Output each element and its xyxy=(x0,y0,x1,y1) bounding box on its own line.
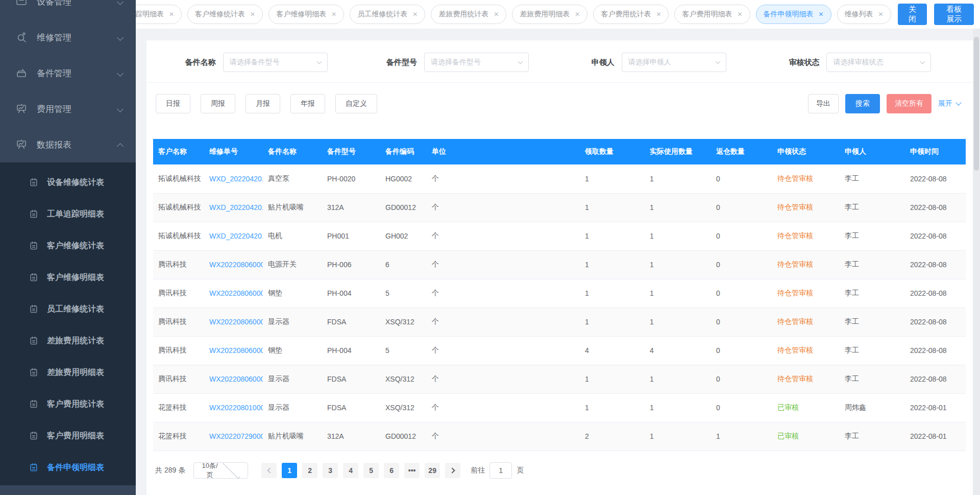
tab-客户维修明细表[interactable]: 客户维修明细表✕ xyxy=(268,5,344,24)
sidebar-subitem[interactable]: 客户费用统计表 xyxy=(0,388,136,420)
table-cell: 真空泵 xyxy=(263,164,322,193)
page-size-select[interactable]: 10条/页 xyxy=(193,462,248,479)
close-icon[interactable]: ✕ xyxy=(656,11,661,18)
sidebar-subitem[interactable]: 客户费用明细表 xyxy=(0,420,136,452)
page-button-1[interactable]: 1 xyxy=(282,463,297,478)
table-row: 腾讯科技WX202208060003显示器FDSAXSQ/312个110待仓管审… xyxy=(153,308,966,336)
page-button-6[interactable]: 6 xyxy=(384,463,399,478)
table-cell: 1 xyxy=(645,193,711,222)
tab-客户费用统计表[interactable]: 客户费用统计表✕ xyxy=(593,5,669,24)
table-cell: 2022-08-01 xyxy=(905,422,966,451)
sidebar-subitem[interactable]: 差旅费用明细表 xyxy=(0,357,136,388)
tab-客户维修统计表[interactable]: 客户维修统计表✕ xyxy=(187,5,263,24)
tab-维修列表[interactable]: 维修列表✕ xyxy=(837,5,891,24)
close-icon[interactable]: ✕ xyxy=(737,11,742,18)
status-badge: 待仓管审核 xyxy=(772,365,840,393)
close-icon[interactable]: ✕ xyxy=(878,11,884,18)
tab-员工维修统计表[interactable]: 员工维修统计表✕ xyxy=(350,5,425,24)
tab-备件申领明细表[interactable]: 备件申领明细表✕ xyxy=(756,5,831,24)
sidebar-item-4[interactable]: 数据报表 xyxy=(0,127,136,162)
table-cell: 1 xyxy=(580,250,645,279)
close-icon[interactable]: ✕ xyxy=(412,11,418,18)
page-button-2[interactable]: 2 xyxy=(302,463,317,478)
table-header-row: 客户名称维修单号备件名称备件型号备件编码单位领取数量实际使用数量返仓数量申领状态… xyxy=(153,139,966,164)
tab-label: 客户费用明细表 xyxy=(682,10,732,19)
sidebar-item-1[interactable]: 维修管理 xyxy=(0,19,136,55)
table-cell[interactable]: WX202208060003 xyxy=(204,279,263,308)
sidebar-subitem[interactable]: 工单追踪明细表 xyxy=(0,198,136,230)
period-button-周报[interactable]: 周报 xyxy=(201,94,235,113)
export-button[interactable]: 导出 xyxy=(808,94,839,113)
scrollbar-thumb[interactable] xyxy=(974,37,979,171)
table-cell[interactable]: WX202207290001 xyxy=(204,422,263,451)
sidebar-subitem-label: 客户费用统计表 xyxy=(47,399,104,410)
tab-客户费用明细表[interactable]: 客户费用明细表✕ xyxy=(674,5,750,24)
tab-差旅费用明细表[interactable]: 差旅费用明细表✕ xyxy=(512,5,587,24)
sidebar-subitem[interactable]: 客户维修明细表 xyxy=(0,262,136,293)
page-button-4[interactable]: 4 xyxy=(343,463,358,478)
goto-suffix: 页 xyxy=(517,466,524,475)
close-icon[interactable]: ✕ xyxy=(331,11,336,18)
close-icon[interactable]: ✕ xyxy=(169,11,174,18)
table-cell: 1 xyxy=(580,164,645,193)
scrollbar-track[interactable] xyxy=(973,29,980,495)
close-icon[interactable]: ✕ xyxy=(494,11,499,18)
sidebar-subitem[interactable]: 备件申领明细表 xyxy=(0,452,136,483)
sidebar-item-system-settings[interactable]: 系统设置 xyxy=(0,485,136,495)
page-button-29[interactable]: 29 xyxy=(425,463,440,478)
next-page-button[interactable] xyxy=(445,463,460,478)
filter-select-3[interactable]: 请选择审核状态 xyxy=(826,53,931,72)
table-cell: 0 xyxy=(711,250,772,279)
table-cell[interactable]: WXD_20220420... xyxy=(204,193,263,222)
sidebar-subitem[interactable]: 设备维修统计表 xyxy=(0,167,136,198)
period-button-自定义[interactable]: 自定义 xyxy=(335,94,377,113)
filter-select-1[interactable]: 请选择备件型号 xyxy=(424,53,529,72)
close-icon[interactable]: ✕ xyxy=(819,11,824,18)
period-button-年报[interactable]: 年报 xyxy=(290,94,325,113)
table-cell[interactable]: WXD_20220420... xyxy=(204,164,263,193)
search-button[interactable]: 搜索 xyxy=(845,94,880,113)
table-cell[interactable]: WX202208060003 xyxy=(204,336,263,365)
chevron-up-icon xyxy=(117,143,124,150)
tab-label: 差旅费用统计表 xyxy=(438,10,488,19)
sidebar-item-0[interactable]: 设备管理 xyxy=(0,0,136,19)
chevron-down-icon xyxy=(920,59,925,64)
filter-label: 审核状态 xyxy=(789,58,819,67)
page-button-3[interactable]: 3 xyxy=(323,463,338,478)
goto-page-input[interactable] xyxy=(489,462,512,479)
status-badge: 待仓管审核 xyxy=(772,222,840,250)
expand-link[interactable]: 展开 xyxy=(938,99,961,108)
filter-select-0[interactable]: 请选择备件型号 xyxy=(223,53,328,72)
prev-page-button[interactable] xyxy=(261,463,277,478)
tab-踪明细表[interactable]: 踪明细表✕ xyxy=(136,5,182,24)
table-cell[interactable]: WX202208060003 xyxy=(204,250,263,279)
sidebar-subitem[interactable]: 客户维修统计表 xyxy=(0,230,136,262)
close-icon[interactable]: ✕ xyxy=(250,11,255,18)
device-icon xyxy=(15,0,28,8)
sidebar-subitem[interactable]: 员工维修统计表 xyxy=(0,293,136,325)
chevron-down-icon xyxy=(223,461,240,479)
notebook-icon xyxy=(29,209,39,219)
table-cell: 0 xyxy=(711,164,772,193)
period-button-月报[interactable]: 月报 xyxy=(246,94,280,113)
close-icon[interactable]: ✕ xyxy=(575,11,580,18)
filter-select-2[interactable]: 请选择申领人 xyxy=(622,53,726,72)
sidebar-item-3[interactable]: 费用管理 xyxy=(0,91,136,127)
sidebar-subitem[interactable]: 差旅费用统计表 xyxy=(0,325,136,357)
page-button-5[interactable]: 5 xyxy=(363,463,379,478)
close-button[interactable]: 关闭 xyxy=(898,4,927,25)
sidebar-subitem-label: 员工维修统计表 xyxy=(47,304,104,315)
page-ellipsis[interactable]: ••• xyxy=(404,463,420,478)
table-cell: 钢垫 xyxy=(263,336,322,365)
table-cell[interactable]: WX202208010001 xyxy=(204,393,263,422)
sidebar-subitem-label: 差旅费用统计表 xyxy=(47,336,104,346)
clear-all-button[interactable]: 清空所有 xyxy=(887,94,932,113)
sidebar-item-2[interactable]: 备件管理 xyxy=(0,55,136,91)
table-cell[interactable]: WX202208060003 xyxy=(204,365,263,393)
period-button-日报[interactable]: 日报 xyxy=(156,94,190,113)
notebook-icon xyxy=(29,304,39,314)
board-display-button[interactable]: 看板展示 xyxy=(934,4,974,25)
tab-差旅费用统计表[interactable]: 差旅费用统计表✕ xyxy=(431,5,506,24)
table-cell[interactable]: WX202208060003 xyxy=(204,308,263,336)
table-cell[interactable]: WXD_20220420... xyxy=(204,222,263,250)
